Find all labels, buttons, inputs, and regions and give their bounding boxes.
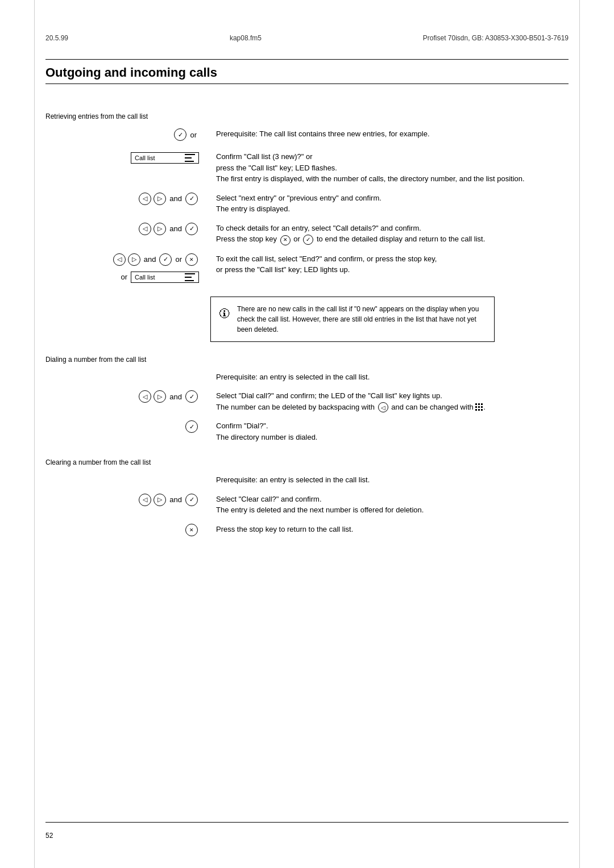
- clear-right-arrow: ▷: [154, 494, 166, 506]
- clearing-heading: Clearing a number from the call list: [45, 458, 569, 466]
- clear-call-text: Select "Clear call?" and confirm.The ent…: [216, 494, 569, 516]
- right-arrow-icon-2: ▷: [154, 223, 166, 235]
- grid-c4: [475, 406, 477, 408]
- icon-row-clear: ◁ ▷ and ✓: [138, 494, 199, 506]
- grid-c7: [475, 409, 477, 411]
- confirm-dial-text: Confirm "Dial?".The directory number is …: [216, 420, 569, 443]
- icon-row-check-or: ✓ or: [173, 128, 199, 141]
- right-arrow-icon-3: ▷: [128, 253, 140, 266]
- left-col-5: ◁ ▷ and ✓ or ✕ or Call list: [45, 253, 210, 287]
- icon-row-confirm-dial: ✓: [184, 420, 199, 433]
- dialing-left-1: ◁ ▷ and ✓: [45, 390, 210, 407]
- icon-row-nav-check-1: ◁ ▷ and ✓: [138, 193, 199, 205]
- instruction-block-5: ◁ ▷ and ✓ or ✕ or Call list: [45, 253, 569, 287]
- grid-icon-inline: [475, 403, 483, 411]
- left-col-4: ◁ ▷ and ✓: [45, 223, 210, 240]
- grid-c5: [478, 406, 480, 408]
- grid-c8: [478, 409, 480, 411]
- bar-1: [185, 154, 195, 155]
- check-icon-inline: ✓: [303, 235, 313, 245]
- dialing-prereq-col: Prerequisite: an entry is selected in th…: [210, 372, 569, 385]
- calllist-confirm-text: Confirm "Call list (3 new)?" orpress the…: [216, 151, 569, 185]
- stop-icon-inline: ✕: [280, 235, 291, 245]
- icon-row-dial: ◁ ▷ and ✓: [138, 390, 199, 403]
- left-arrow-icon: ◁: [139, 193, 151, 205]
- dialing-prereq-text: Prerequisite: an entry is selected in th…: [216, 372, 569, 383]
- and-label-3: and: [144, 255, 156, 264]
- header-date: 20.5.99: [45, 34, 68, 42]
- right-col-2: Confirm "Call list (3 new)?" orpress the…: [210, 151, 569, 187]
- clearing-prereq-block: Prerequisite: an entry is selected in th…: [45, 474, 569, 488]
- clearing-left-2: ✕: [45, 524, 210, 541]
- header-filename: kap08.fm5: [230, 34, 262, 42]
- dial-left-arrow: ◁: [139, 390, 151, 403]
- info-icon: 🛈: [219, 305, 230, 322]
- page: 20.5.99 kap08.fm5 Profiset 70isdn, GB: A…: [0, 0, 614, 868]
- title-rule: [45, 84, 569, 84]
- right-col-1: Prerequisite: The call list contains thr…: [210, 128, 569, 142]
- grid-c3: [481, 403, 483, 405]
- or-prefix: or: [121, 273, 127, 281]
- dialing-block-1: ◁ ▷ and ✓ Select "Dial call?" and confir…: [45, 390, 569, 415]
- and-label-2: and: [169, 224, 182, 233]
- icon-row-exit: ◁ ▷ and ✓ or ✕: [112, 253, 199, 266]
- page-number: 52: [45, 832, 53, 840]
- exit-calllist-text: To exit the call list, select "End?" and…: [216, 253, 569, 276]
- or-calllist-row: or Call list: [121, 270, 199, 284]
- right-margin: [579, 0, 580, 868]
- clearing-block-1: ◁ ▷ and ✓ Select "Clear call?" and confi…: [45, 494, 569, 518]
- call-list-label-2: Call list: [135, 274, 155, 281]
- clear-check-icon: ✓: [185, 494, 198, 506]
- or-label-1: or: [190, 131, 197, 139]
- footer: 52: [45, 832, 569, 840]
- clearing-left-1: ◁ ▷ and ✓: [45, 494, 210, 511]
- grid-c2: [478, 403, 480, 405]
- select-entry-text: Select "next entry" or "previous entry" …: [216, 193, 569, 215]
- clearing-right-1: Select "Clear call?" and confirm.The ent…: [210, 494, 569, 518]
- section-dialing: Dialing a number from the call list Prer…: [45, 356, 569, 445]
- right-col-5: To exit the call list, select "End?" and…: [210, 253, 569, 278]
- bar-2: [185, 157, 192, 158]
- retrieving-heading: Retrieving entries from the call list: [45, 112, 569, 120]
- check-icon-3: ✓: [159, 253, 172, 266]
- dialing-left-2: ✓: [45, 420, 210, 437]
- dialing-heading: Dialing a number from the call list: [45, 356, 569, 364]
- clear-and-label: and: [169, 495, 182, 504]
- section-retrieving: Retrieving entries from the call list ✓ …: [45, 112, 569, 342]
- dial-check-icon: ✓: [185, 390, 198, 403]
- check-icon-1: ✓: [185, 193, 198, 205]
- check-details-text: To check details for an entry, select "C…: [216, 223, 569, 245]
- clearing-prereq-text: Prerequisite: an entry is selected in th…: [216, 474, 569, 486]
- call-list-bars-2: [185, 273, 195, 281]
- grid-c9: [481, 409, 483, 411]
- and-label-1: and: [169, 194, 182, 203]
- dialing-right-1: Select "Dial call?" and confirm; the LED…: [210, 390, 569, 415]
- icon-row-nav-check-2: ◁ ▷ and ✓: [138, 223, 199, 235]
- dialing-prereq-block: Prerequisite: an entry is selected in th…: [45, 372, 569, 385]
- left-col-3: ◁ ▷ and ✓: [45, 193, 210, 210]
- left-arrow-icon-2: ◁: [139, 223, 151, 235]
- calllist-display-row: Call list: [131, 151, 199, 165]
- instruction-block-4: ◁ ▷ and ✓ To check details for an entry,…: [45, 223, 569, 248]
- right-arrow-icon: ▷: [154, 193, 166, 205]
- footer-rule: [45, 822, 569, 823]
- left-col-1: ✓ or: [45, 128, 210, 145]
- left-arrow-icon-3: ◁: [113, 253, 126, 266]
- note-text: There are no new calls in the call list …: [237, 304, 486, 335]
- icon-row-stop: ✕: [184, 524, 199, 536]
- call-list-display-2: Call list: [131, 272, 199, 283]
- stop-key-icon: ✕: [185, 524, 198, 536]
- call-list-display: Call list: [131, 152, 199, 164]
- dial-right-arrow: ▷: [154, 390, 166, 403]
- note-box: 🛈 There are no new calls in the call lis…: [210, 297, 495, 342]
- clearing-prereq-col: Prerequisite: an entry is selected in th…: [210, 474, 569, 488]
- clearing-right-2: Press the stop key to return to the call…: [210, 524, 569, 537]
- dial-call-text: Select "Dial call?" and confirm; the LED…: [216, 390, 569, 412]
- instruction-block-3: ◁ ▷ and ✓ Select "next entry" or "previo…: [45, 193, 569, 217]
- clear-left-arrow: ◁: [139, 494, 151, 506]
- backspace-icon-inline: ◁: [378, 402, 388, 412]
- bar2-2: [185, 277, 192, 278]
- check-icon-2: ✓: [185, 223, 198, 235]
- call-list-label: Call list: [135, 155, 155, 161]
- stop-return-text: Press the stop key to return to the call…: [216, 524, 569, 535]
